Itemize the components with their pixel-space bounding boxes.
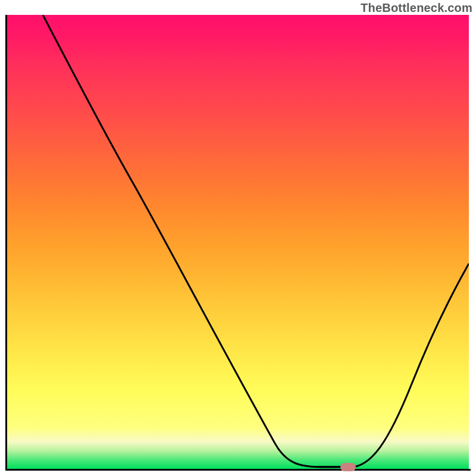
- watermark-text: TheBottleneck.com: [361, 1, 472, 15]
- optimal-marker: [340, 463, 356, 471]
- curve-path: [43, 15, 469, 467]
- chart-container: TheBottleneck.com: [0, 0, 476, 476]
- bottleneck-curve: [7, 15, 469, 469]
- x-axis-line: [5, 469, 471, 471]
